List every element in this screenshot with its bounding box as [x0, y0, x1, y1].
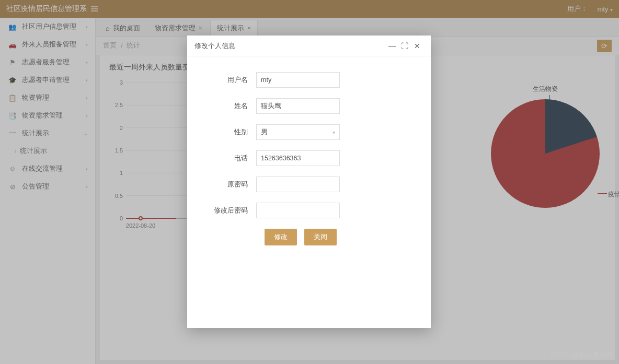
old-password-field[interactable]	[256, 177, 340, 192]
new-password-field[interactable]	[256, 203, 340, 218]
modal-header: 修改个人信息 — ⛶ ✕	[187, 36, 431, 56]
label-gender: 性别	[205, 127, 256, 137]
chevron-down-icon: ▾	[333, 130, 335, 135]
label-name: 姓名	[205, 101, 256, 111]
label-username: 用户名	[205, 75, 256, 85]
phone-field[interactable]	[256, 150, 340, 166]
close-icon[interactable]: ✕	[411, 42, 423, 50]
gender-value: 男	[261, 128, 268, 137]
label-phone: 电话	[205, 154, 256, 163]
close-button[interactable]: 关闭	[304, 229, 337, 245]
maximize-icon[interactable]: ⛶	[398, 42, 411, 50]
edit-profile-modal: 修改个人信息 — ⛶ ✕ 用户名 姓名 性别 男 ▾ 电话 原密码	[187, 36, 431, 328]
modal-title: 修改个人信息	[194, 41, 235, 51]
label-oldpwd: 原密码	[205, 180, 256, 189]
save-button[interactable]: 修改	[265, 229, 297, 245]
minimize-icon[interactable]: —	[386, 42, 398, 50]
gender-select[interactable]: 男 ▾	[256, 124, 340, 140]
username-field[interactable]	[256, 72, 340, 88]
label-newpwd: 修改后密码	[205, 206, 256, 215]
name-field[interactable]	[256, 98, 340, 114]
watermark: CSDN @猫头鹰源码	[551, 350, 613, 360]
